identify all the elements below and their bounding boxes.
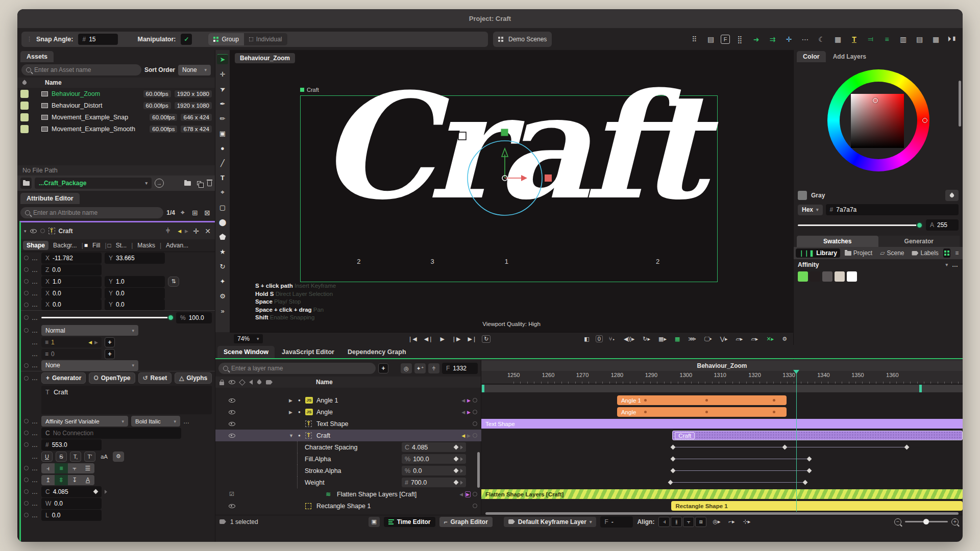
- expand-icon[interactable]: ▶: [289, 410, 298, 415]
- char-spacing-field[interactable]: C4.085: [41, 486, 102, 497]
- pin-list-icon[interactable]: ⊞: [190, 206, 200, 219]
- monitor-icon[interactable]: 🖵▸: [702, 336, 714, 342]
- layer-name[interactable]: Text Shape: [316, 420, 349, 428]
- asset-name[interactable]: Behaviour_Distort: [52, 102, 102, 109]
- zoom-in-icon[interactable]: +: [951, 518, 959, 525]
- font-size-field[interactable]: #553.0: [41, 439, 102, 450]
- prev-keyframe-icon[interactable]: ◀: [88, 340, 92, 345]
- tab-dependency-graph[interactable]: Dependency Graph: [341, 346, 412, 358]
- row-menu[interactable]: …: [32, 374, 38, 382]
- tab-stroke[interactable]: St...: [112, 241, 130, 250]
- palette-swatch[interactable]: [847, 271, 857, 282]
- work-area-end-handle[interactable]: [919, 385, 922, 392]
- visibility-eye-icon[interactable]: [30, 229, 37, 233]
- property-value-field[interactable]: %0.0: [402, 466, 466, 475]
- dot-matrix-icon[interactable]: ⣿: [733, 33, 746, 45]
- playhead[interactable]: [796, 373, 797, 512]
- next-keyframe-icon[interactable]: ▶: [185, 229, 188, 234]
- row-menu[interactable]: …: [32, 301, 38, 308]
- connection-socket[interactable]: [473, 433, 477, 438]
- next-keyframe-icon[interactable]: [460, 445, 463, 449]
- loop-option-icon[interactable]: ◎▸: [710, 518, 722, 525]
- text-tool-icon[interactable]: T: [848, 33, 861, 45]
- drag-handle-icon[interactable]: ⋮: [27, 36, 31, 42]
- assets-tab[interactable]: Assets: [20, 51, 54, 62]
- keyframe-diamond[interactable]: [782, 445, 788, 450]
- color-panel-scrollbar[interactable]: [959, 81, 961, 127]
- spark-tool[interactable]: ✦: [217, 276, 228, 286]
- scene-source-button[interactable]: ▱Scene: [877, 248, 907, 258]
- tab-scene-window[interactable]: Scene Window: [217, 346, 275, 358]
- pin-zoom-icon[interactable]: ⌖: [178, 206, 187, 219]
- goto-frame-field[interactable]: F-: [600, 516, 633, 528]
- underline-button[interactable]: U: [41, 452, 53, 462]
- attribute-item-header[interactable]: ▾ T Craft ⫩ ◀ ▶ ✛ ✕: [21, 222, 215, 239]
- y-field[interactable]: Y0.0: [105, 299, 165, 310]
- keyframe-diamond[interactable]: [802, 480, 807, 485]
- palette-swatch[interactable]: [835, 271, 845, 282]
- row-menu[interactable]: …: [32, 350, 38, 358]
- layer-name[interactable]: Angle: [316, 409, 333, 416]
- sliders-icon[interactable]: ⫩: [161, 224, 174, 237]
- layer-name[interactable]: Flatten Shape Layers [Craft]: [337, 491, 416, 498]
- keyframe-diamond-icon[interactable]: [93, 489, 99, 494]
- asset-name[interactable]: Movement_Example_Snap: [52, 114, 128, 121]
- panel-icon[interactable]: ▤: [704, 33, 717, 45]
- rectangle-tool[interactable]: ▢: [217, 202, 228, 212]
- attribute-editor-tab[interactable]: Attribute Editor: [20, 193, 80, 204]
- audio-icon[interactable]: ◀))▸: [622, 336, 636, 342]
- property-row[interactable]: Character Spacing C4.085: [215, 441, 481, 453]
- prev-keyframe-icon[interactable]: ◀: [178, 229, 181, 234]
- layer-row[interactable]: ☑ ≋ Flatten Shape Layers [Craft] ◀▶: [215, 488, 481, 500]
- keyframe-diamond[interactable]: [670, 445, 675, 450]
- row-menu[interactable]: …: [32, 255, 38, 262]
- visibility-eye-icon[interactable]: [229, 410, 235, 414]
- palette-swatch[interactable]: [798, 271, 808, 282]
- generator-tab[interactable]: Generator: [878, 236, 960, 247]
- reset-button[interactable]: ↺Reset: [138, 372, 172, 384]
- labels-source-button[interactable]: Labels: [909, 248, 941, 258]
- asset-row[interactable]: Movement_Example_Smooth 60.00fps 678 x 4…: [17, 123, 215, 135]
- row-menu[interactable]: …: [32, 266, 38, 273]
- property-value-field[interactable]: #700.0: [402, 478, 466, 487]
- track-bar-flatten[interactable]: Flatten Shape Layers [Craft]: [481, 489, 963, 499]
- connection-socket[interactable]: [24, 431, 29, 435]
- row-menu[interactable]: …: [32, 290, 38, 297]
- film-icon[interactable]: ◧: [582, 336, 591, 342]
- asset-name[interactable]: Movement_Example_Smooth: [52, 126, 135, 133]
- valign-top-button[interactable]: ↥: [41, 475, 55, 485]
- asset-color-chip[interactable]: [20, 102, 29, 110]
- asset-color-chip[interactable]: [20, 113, 29, 121]
- layer-search[interactable]: [218, 363, 376, 374]
- manipulator-checkbox[interactable]: ✓: [181, 34, 192, 45]
- next-keyframe-icon[interactable]: [105, 490, 107, 494]
- connection-socket[interactable]: [24, 315, 29, 320]
- track-bar-angle1[interactable]: Angle 1: [617, 395, 787, 405]
- asset-color-chip[interactable]: [20, 125, 29, 133]
- swatches-tab[interactable]: Swatches: [797, 236, 878, 247]
- row-menu[interactable]: …: [32, 488, 38, 495]
- connection-socket[interactable]: [24, 501, 29, 506]
- font-more-menu[interactable]: …: [183, 418, 190, 425]
- kf-align-box-button[interactable]: ⧈: [695, 517, 706, 527]
- connection-socket[interactable]: [24, 478, 29, 482]
- tab-background[interactable]: Backgr...: [50, 241, 81, 250]
- snap-grid-icon[interactable]: ▦: [673, 336, 682, 342]
- connection-socket[interactable]: [24, 291, 29, 295]
- keyframe-diamond[interactable]: [904, 445, 909, 450]
- frame-mode-icon[interactable]: ▣: [369, 517, 380, 527]
- render-camera-icon[interactable]: ⏵▮: [946, 33, 959, 45]
- keyframe-track-stroke-alpha[interactable]: [481, 465, 963, 477]
- render-icon[interactable]: [239, 379, 246, 386]
- dots-grid-icon[interactable]: ⠿: [688, 33, 701, 45]
- columns-one-icon[interactable]: ▥: [897, 33, 910, 45]
- asset-row[interactable]: Behaviour_Zoom 60.00fps 980 x 551: [17, 88, 215, 99]
- layer-row[interactable]: Rectangle Shape 1: [215, 500, 481, 512]
- next-keyframe-icon[interactable]: ▶: [94, 340, 98, 345]
- layer-row[interactable]: ▶● JS Angle ◀▶: [215, 406, 481, 418]
- palette-select[interactable]: Affinity ▾ …: [794, 259, 963, 270]
- work-area-bar[interactable]: [481, 385, 963, 392]
- keyframe-diamond-icon[interactable]: [454, 468, 459, 473]
- align-right-button[interactable]: ⫟: [68, 463, 81, 473]
- open-package-icon[interactable]: →: [155, 179, 164, 188]
